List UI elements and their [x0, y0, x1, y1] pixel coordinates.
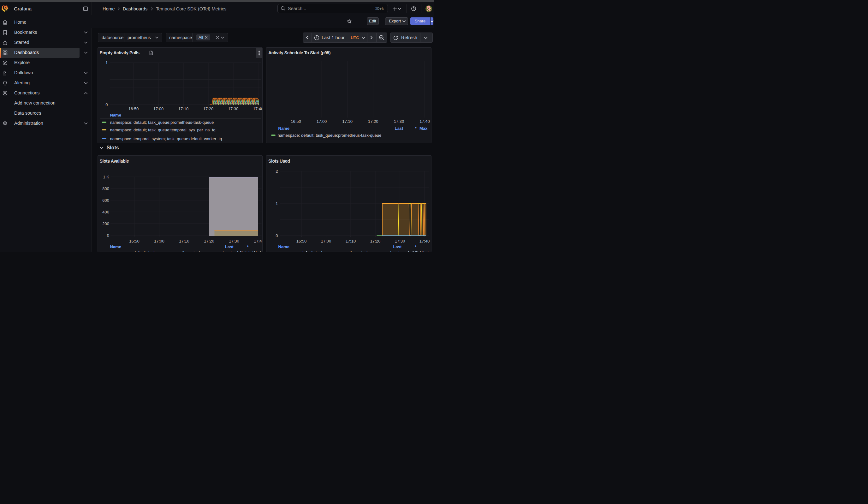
svg-text:400: 400 — [102, 209, 109, 214]
svg-text:17:40: 17:40 — [254, 238, 262, 243]
svg-text:17:10: 17:10 — [345, 238, 356, 243]
svg-text:0: 0 — [107, 233, 109, 237]
svg-text:17:00: 17:00 — [153, 106, 164, 111]
svg-text:17:30: 17:30 — [394, 119, 404, 123]
svg-text:17:40: 17:40 — [420, 119, 430, 123]
svg-text:0: 0 — [276, 233, 278, 238]
svg-text:1 K: 1 K — [103, 174, 109, 179]
svg-text:1: 1 — [105, 60, 107, 65]
svg-text:0: 0 — [105, 102, 107, 107]
svg-text:17:10: 17:10 — [342, 119, 353, 123]
svg-text:16:50: 16:50 — [128, 106, 138, 111]
svg-text:17:30: 17:30 — [395, 238, 405, 243]
svg-text:800: 800 — [102, 186, 109, 191]
svg-text:17:20: 17:20 — [204, 238, 214, 243]
svg-text:17:20: 17:20 — [203, 106, 213, 111]
svg-text:17:20: 17:20 — [370, 238, 381, 243]
svg-text:17:10: 17:10 — [179, 238, 189, 243]
svg-text:17:00: 17:00 — [317, 119, 327, 123]
svg-text:17:20: 17:20 — [368, 119, 379, 123]
svg-text:200: 200 — [102, 221, 109, 226]
svg-text:600: 600 — [102, 198, 109, 203]
svg-text:16:50: 16:50 — [129, 238, 140, 243]
svg-text:16:50: 16:50 — [291, 119, 301, 123]
svg-text:17:00: 17:00 — [154, 238, 164, 243]
svg-text:17:40: 17:40 — [253, 106, 262, 111]
svg-text:17:40: 17:40 — [420, 238, 430, 243]
svg-text:16:50: 16:50 — [296, 238, 307, 243]
svg-text:2: 2 — [276, 169, 278, 173]
svg-text:17:30: 17:30 — [229, 238, 239, 243]
svg-text:1: 1 — [276, 201, 278, 206]
svg-text:17:30: 17:30 — [228, 106, 238, 111]
svg-text:17:10: 17:10 — [178, 106, 188, 111]
svg-text:17:00: 17:00 — [321, 238, 331, 243]
